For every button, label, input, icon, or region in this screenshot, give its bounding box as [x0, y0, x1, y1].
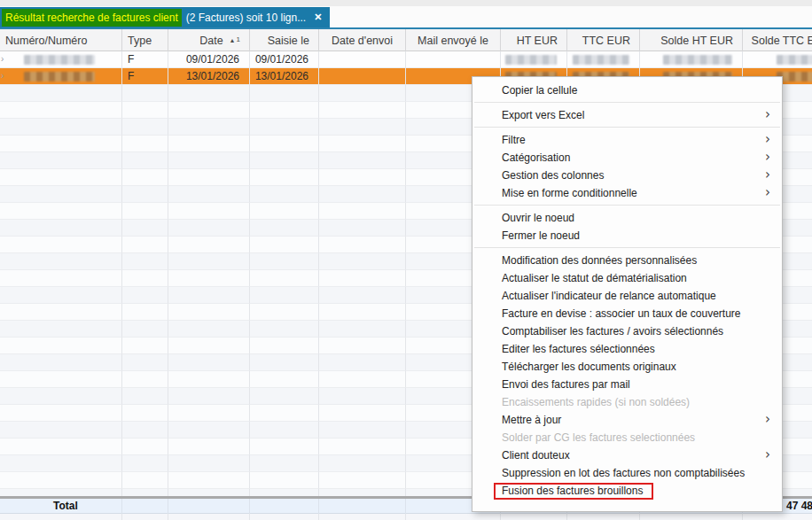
menu-item-actualiser-l-indicateur-de-relance-automatique[interactable]: Actualiser l'indicateur de relance autom… [472, 287, 782, 305]
empty-cell [0, 85, 122, 102]
empty-cell [0, 152, 122, 169]
menu-item-label: Export vers Excel [502, 109, 584, 121]
column-header-ht-eur[interactable]: HT EUR [501, 29, 567, 51]
cell-solde-ht-eur[interactable] [640, 51, 743, 68]
menu-item-modification-des-donn-es-personnalis-es[interactable]: Modification des données personnalisées [472, 252, 782, 269]
cell-ttc-eur[interactable] [567, 51, 640, 68]
cell-value: 09/01/2026 [186, 53, 239, 66]
total-cell [168, 499, 250, 514]
empty-cell [168, 203, 250, 220]
menu-item-mettre-jour[interactable]: Mettre à jour› [472, 411, 782, 429]
submenu-arrow-icon: › [765, 167, 770, 183]
menu-item-t-l-charger-les-documents-originaux[interactable]: Télécharger les documents originaux [472, 358, 782, 376]
red-highlight-box: Fusion des factures brouillons [494, 483, 653, 500]
cell-value: F [128, 70, 134, 82]
bottom-cell [743, 514, 812, 520]
column-header-saisie-le[interactable]: Saisie le [250, 29, 319, 51]
menu-item-filtre[interactable]: Filtre› [472, 131, 782, 149]
empty-cell [168, 152, 250, 169]
table-header: Numéro/NuméroTypeDate▲1Saisie leDate d'e… [0, 29, 812, 51]
menu-item-fusion-des-factures-brouillons[interactable]: Fusion des factures brouillons [472, 482, 782, 500]
menu-item-editer-les-factures-s-lectionn-es[interactable]: Editer les factures sélectionnées [472, 340, 782, 358]
menu-item-facture-en-devise-associer-un-taux-de-couverture[interactable]: Facture en devise : associer un taux de … [472, 305, 782, 322]
empty-cell [122, 422, 168, 439]
column-header-mail-envoy-le[interactable]: Mail envoyé le [406, 29, 501, 51]
empty-cell [122, 354, 168, 371]
empty-cell [122, 102, 168, 119]
cell-ht-eur[interactable] [501, 51, 567, 68]
menu-item-actualiser-le-statut-de-d-mat-rialisation[interactable]: Actualiser le statut de dématérialisatio… [472, 269, 782, 287]
total-cell: Total [0, 499, 122, 514]
menu-item-label: Catégorisation [502, 151, 570, 164]
tab-close-icon[interactable]: ✕ [314, 12, 322, 23]
cell-num-ro-num-ro[interactable] [0, 51, 122, 68]
empty-cell [168, 186, 250, 203]
column-header-type[interactable]: Type [122, 29, 168, 51]
empty-cell [168, 338, 250, 354]
menu-item-fermer-le-noeud[interactable]: Fermer le noeud [472, 227, 782, 244]
menu-item-envoi-des-factures-par-mail[interactable]: Envoi des factures par mail [472, 376, 782, 393]
menu-item-copier-la-cellule[interactable]: Copier la cellule [472, 81, 782, 99]
empty-cell [168, 405, 250, 422]
empty-cell [250, 338, 319, 354]
cell-value: 09/01/2026 [255, 53, 308, 66]
cell-type[interactable]: F [122, 51, 168, 68]
cell-date[interactable]: 09/01/2026 [168, 51, 250, 68]
menu-item-client-douteux[interactable]: Client douteux› [472, 446, 782, 464]
column-header-ttc-eur[interactable]: TTC EUR [567, 29, 640, 51]
cell-solde-ttc-eur[interactable] [743, 51, 812, 68]
menu-item-encaissements-rapides-si-non-sold-es: Encaissements rapides (si non soldées) [472, 393, 782, 411]
column-header-date-d-envoi[interactable]: Date d'envoi [319, 29, 406, 51]
empty-cell [319, 237, 406, 253]
empty-cell [168, 237, 250, 253]
menu-item-mise-en-forme-conditionnelle[interactable]: Mise en forme conditionnelle› [472, 184, 782, 202]
cell-date-d-envoi[interactable] [319, 68, 406, 85]
menu-item-cat-gorisation[interactable]: Catégorisation› [472, 149, 782, 167]
cell-saisie-le[interactable]: 13/01/2026 [250, 68, 319, 85]
column-header-date[interactable]: Date▲1 [168, 29, 250, 51]
column-header-num-ro-num-ro[interactable]: Numéro/Numéro [0, 29, 122, 51]
empty-cell [319, 203, 406, 220]
cell-saisie-le[interactable]: 09/01/2026 [250, 51, 319, 68]
empty-cell [122, 455, 168, 472]
menu-item-gestion-des-colonnes[interactable]: Gestion des colonnes› [472, 167, 782, 184]
bottom-cell [501, 514, 567, 520]
empty-cell [168, 119, 250, 136]
empty-cell [168, 253, 250, 270]
empty-cell [168, 85, 250, 102]
submenu-arrow-icon: › [765, 106, 770, 123]
empty-cell [319, 270, 406, 287]
empty-cell [250, 169, 319, 186]
menu-item-ouvrir-le-noeud[interactable]: Ouvrir le noeud [472, 209, 782, 227]
empty-cell [0, 253, 122, 270]
sort-order: 1 [237, 36, 240, 43]
table-row[interactable]: ›F09/01/202609/01/2026 [0, 51, 812, 68]
menu-separator [474, 127, 780, 128]
menu-item-label: Comptabiliser les factures / avoirs séle… [502, 325, 723, 338]
cell-num-ro-num-ro[interactable] [0, 68, 122, 85]
empty-cell [0, 338, 122, 354]
cell-mail-envoy-le[interactable] [406, 51, 501, 68]
empty-cell [168, 354, 250, 371]
menu-item-label: Fermer le noeud [502, 229, 580, 242]
empty-cell [319, 85, 406, 102]
column-header-label: HT EUR [517, 30, 558, 51]
row-expander-icon[interactable]: › [1, 54, 4, 65]
tab-resultat-recherche[interactable]: Résultat recherche de factures client (2… [0, 7, 330, 27]
cell-type[interactable]: F [122, 68, 168, 85]
column-header-solde-ht-eur[interactable]: Solde HT EUR [640, 29, 743, 51]
menu-item-suppression-en-lot-des-factures-non-comptabilis-es[interactable]: Suppression en lot des factures non comp… [472, 464, 782, 482]
submenu-arrow-icon: › [765, 184, 770, 201]
column-header-solde-ttc-eur[interactable]: Solde TTC EUR [743, 29, 812, 51]
empty-cell [319, 455, 406, 472]
cell-date[interactable]: 13/01/2026 [168, 68, 250, 85]
menu-separator [474, 205, 780, 206]
menu-item-export-vers-excel[interactable]: Export vers Excel› [472, 106, 782, 124]
cell-date-d-envoi[interactable] [319, 51, 406, 68]
empty-cell [0, 136, 122, 152]
row-expander-icon[interactable]: › [1, 71, 4, 81]
menu-item-comptabiliser-les-factures-avoirs-s-lectionn-s[interactable]: Comptabiliser les factures / avoirs séle… [472, 322, 782, 340]
empty-cell [168, 439, 250, 455]
empty-cell [250, 220, 319, 237]
menu-item-label: Filtre [502, 134, 526, 146]
